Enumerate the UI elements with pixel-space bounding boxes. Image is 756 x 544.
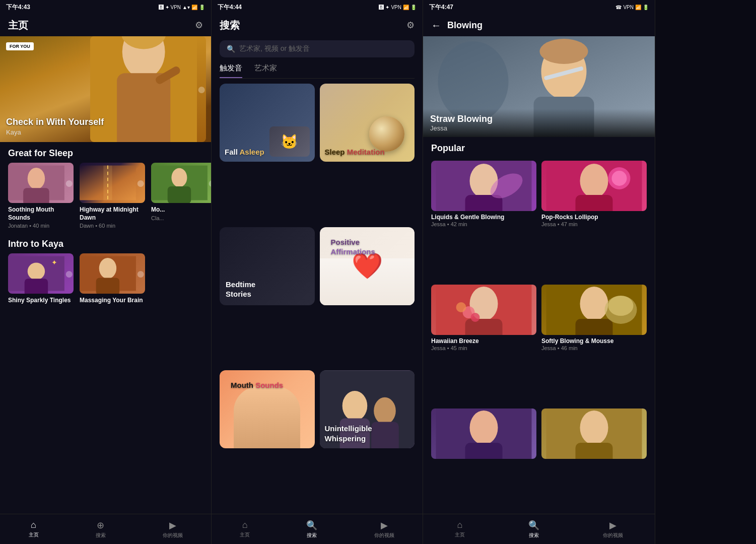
status-bar-home: 下午4:43 🅱 ✦ VPN ▲▾ 📶 🔋	[0, 0, 211, 14]
list-item[interactable]: Pop-Rocks Lollipop Jessa • 47 min	[541, 161, 647, 280]
phone-search: 下午4:44 🅱 ✦ VPN 📶 🔋 搜索 ⚙ 🔍 艺术家, 视频 or 触发音…	[212, 0, 423, 544]
search-bar-wrap: 🔍 艺术家, 视频 or 触发音	[212, 36, 423, 61]
svg-rect-16	[25, 279, 48, 294]
list-item[interactable]	[431, 409, 536, 514]
cat-fall-asleep[interactable]: 🐱 Fall Asleep	[220, 84, 315, 162]
home-title: 主页	[8, 19, 28, 32]
hero-text: Check in With Yourself Kaya	[6, 117, 104, 136]
status-time-1: 下午4:43	[6, 3, 30, 12]
remaining-space	[655, 0, 756, 544]
pop-thumb-lollipop	[541, 161, 647, 211]
search-placeholder-text: 艺术家, 视频 or 触发音	[239, 44, 407, 53]
phone-home: 下午4:43 🅱 ✦ VPN ▲▾ 📶 🔋 主页 ⚙	[0, 0, 212, 544]
hero-artist: Kaya	[6, 128, 104, 136]
svg-rect-38	[576, 195, 613, 211]
cat-image: 🐱	[269, 126, 310, 157]
list-item[interactable]	[541, 409, 647, 514]
hero-banner[interactable]: FOR YOU Check in With Yourself Kaya	[0, 36, 211, 142]
status-bar-search: 下午4:44 🅱 ✦ VPN 📶 🔋	[212, 0, 423, 14]
cat-positive-label: PositiveAffirmations	[326, 232, 380, 262]
list-item[interactable]: Hawaiian Breeze Jessa • 45 min	[431, 285, 536, 403]
mouth-person-img	[234, 386, 300, 448]
cat-sleep-meditation[interactable]: Sleep Meditation	[320, 84, 415, 162]
popular-title: Popular	[431, 143, 647, 154]
cat-positive-affirmations[interactable]: ❤️ PositiveAffirmations	[320, 227, 415, 305]
svg-point-53	[470, 411, 498, 445]
list-item[interactable]: Softly Blowing & Mousse Jessa • 46 min	[541, 285, 647, 403]
nav-search-s-label: 搜索	[307, 532, 317, 539]
nav-search[interactable]: ⊕ 搜索	[86, 518, 116, 541]
nav-search-d-label: 搜索	[529, 532, 539, 539]
card-title-highway: Highway at Midnight Dawn	[80, 206, 145, 222]
list-item[interactable]: Massaging Your Brain	[80, 253, 145, 305]
search-input-box[interactable]: 🔍 艺术家, 视频 or 触发音	[220, 40, 415, 57]
hero-badge: FOR YOU	[6, 42, 34, 50]
top-nav-home: 主页 ⚙	[0, 14, 211, 36]
list-item[interactable]: Highway at Midnight Dawn Dawn • 60 min	[80, 163, 145, 229]
status-time-3: 下午4:47	[429, 3, 453, 12]
thumb-mouth-sounds	[8, 163, 74, 203]
list-item[interactable]: Mo... Cla...	[151, 163, 211, 229]
list-item[interactable]: Liquids & Gentle Blowing Jessa • 42 min	[431, 161, 536, 280]
cat-mouth-sounds-label: Mouth Sounds	[226, 375, 288, 395]
popular-section: Popular	[423, 137, 655, 161]
tab-triggers[interactable]: 触发音	[220, 63, 242, 78]
card-title-mouth: Soothing Mouth Sounds	[8, 206, 74, 222]
pop-title-hawaii: Hawaiian Breeze	[431, 337, 536, 345]
nav-home-d-label: 主页	[455, 531, 465, 538]
tab-artists[interactable]: 艺术家	[254, 63, 277, 78]
nav-videos-label: 你的视频	[163, 532, 183, 539]
pop-thumb-liquids	[431, 161, 536, 211]
cat-mouth-sounds[interactable]: Mouth Sounds	[220, 370, 315, 448]
detail-top-nav: ← Blowing	[423, 14, 655, 36]
thumb-highway	[80, 163, 145, 203]
nav-videos-s[interactable]: ▶ 你的视频	[364, 518, 404, 541]
status-time-2: 下午4:44	[218, 3, 242, 12]
status-icons-1: 🅱 ✦ VPN ▲▾ 📶 🔋	[159, 5, 205, 10]
svg-rect-7	[23, 188, 49, 203]
svg-rect-20	[96, 278, 119, 294]
list-item[interactable]: ✦ Shiny Sparkly Tingles	[8, 253, 74, 305]
nav-videos-d-label: 你的视频	[603, 532, 623, 539]
cat-fall-asleep-label: Fall Asleep	[220, 142, 269, 162]
list-item[interactable]: Soothing Mouth Sounds Jonatan • 40 min	[8, 163, 74, 229]
hero-title: Check in With Yourself	[6, 117, 104, 127]
svg-rect-49	[576, 319, 613, 335]
great-for-sleep-row: Soothing Mouth Sounds Jonatan • 40 min	[0, 163, 211, 233]
detail-hero-sub: Jessa	[430, 124, 648, 132]
search-settings-icon[interactable]: ⚙	[406, 20, 415, 31]
card-title-brain: Massaging Your Brain	[80, 297, 145, 305]
svg-point-37	[580, 164, 608, 198]
nav-home-s[interactable]: ⌂ 主页	[230, 518, 260, 540]
pop-thumb-extra2	[541, 409, 647, 459]
svg-rect-2	[117, 73, 170, 142]
nav-home[interactable]: ⌂ 主页	[19, 518, 49, 540]
nav-search-d[interactable]: 🔍 搜索	[518, 518, 549, 541]
settings-icon[interactable]: ⚙	[195, 20, 203, 31]
pop-sub-hawaii: Jessa • 45 min	[431, 345, 536, 351]
nav-videos-d[interactable]: ▶ 你的视频	[593, 518, 633, 541]
status-icons-2: 🅱 ✦ VPN 📶 🔋	[379, 5, 417, 10]
search-icon-d: 🔍	[528, 520, 539, 531]
detail-hero[interactable]: Straw Blowing Jessa	[423, 36, 655, 137]
home-scroll: FOR YOU Check in With Yourself Kaya Grea…	[0, 36, 211, 514]
pop-sub-liquids: Jessa • 42 min	[431, 221, 536, 227]
back-button[interactable]: ←	[431, 20, 441, 31]
cat-unintelligible-whispering[interactable]: UnintelligibleWhispering	[320, 370, 415, 448]
status-bar-detail: 下午4:47 ☎ VPN 📶 🔋	[423, 0, 655, 14]
svg-point-51	[608, 296, 634, 316]
card-title-shiny: Shiny Sparkly Tingles	[8, 297, 74, 305]
svg-rect-13	[168, 186, 191, 203]
nav-search-label: 搜索	[96, 532, 106, 539]
accent-asleep: Asleep	[239, 148, 264, 156]
nav-videos[interactable]: ▶ 你的视频	[153, 518, 193, 541]
search-icon-s: 🔍	[306, 520, 317, 531]
pop-thumb-mousse	[541, 285, 647, 335]
cat-bedtime-stories[interactable]: BedtimeStories	[220, 227, 315, 305]
nav-home-d[interactable]: ⌂ 主页	[445, 518, 475, 540]
pop-sub-mousse: Jessa • 46 min	[541, 345, 647, 351]
nav-search-s[interactable]: 🔍 搜索	[296, 518, 327, 541]
video-icon-s: ▶	[381, 520, 388, 531]
pop-thumb-extra1	[431, 409, 536, 459]
popular-grid: Liquids & Gentle Blowing Jessa • 42 min	[423, 161, 655, 514]
